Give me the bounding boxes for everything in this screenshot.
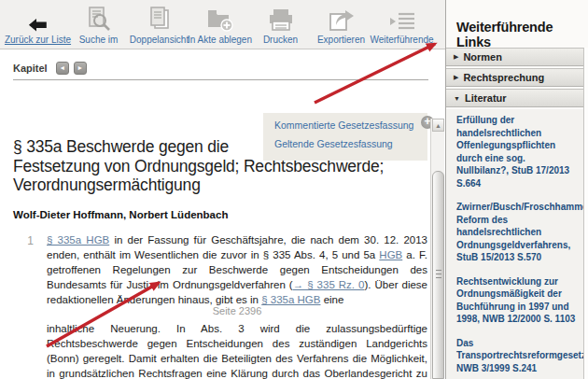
chevron-right-icon: ▶ bbox=[454, 53, 458, 61]
related-links-panel: Weiterführende Links ▶ Normen ▶ Rechtspr… bbox=[445, 0, 588, 379]
literature-link[interactable]: Zwirner/Busch/Froschhammer, Reform des h… bbox=[456, 201, 579, 264]
related-list-icon bbox=[388, 5, 416, 33]
toolbar-item-export[interactable]: Exportieren bbox=[311, 0, 371, 49]
printer-icon bbox=[268, 5, 294, 33]
literature-list: Erfüllung der handelsrechtlichen Offenle… bbox=[446, 109, 584, 379]
toolbar-item-related-links[interactable]: Weiterführende bbox=[371, 0, 432, 49]
export-arrow-icon bbox=[329, 5, 355, 33]
toolbar-item-label: Zurück zur Liste bbox=[5, 35, 71, 45]
folder-add-icon bbox=[206, 5, 234, 33]
sidebar-title: Weiterführende Links bbox=[456, 20, 588, 49]
document-search-icon bbox=[87, 5, 111, 33]
page-break-marker: Seite 2396 bbox=[47, 305, 427, 316]
literature-link[interactable]: Das Transportrechtsreformgesetz, NWB 3/1… bbox=[456, 337, 579, 375]
popup-link-commented-version[interactable]: Kommentierte Gesetzesfassung bbox=[274, 119, 427, 131]
toolbar-item-label: In Akte ablegen bbox=[188, 35, 252, 45]
annotation-arrow-to-sidebar bbox=[315, 44, 435, 103]
toolbar-item-label: Doppelansicht bbox=[130, 35, 189, 45]
link-hgb[interactable]: HGB bbox=[379, 249, 402, 260]
divider bbox=[13, 79, 428, 80]
toolbar-item-file-to-record[interactable]: In Akte ablegen bbox=[189, 0, 250, 49]
scrollbar-thumb[interactable] bbox=[432, 171, 444, 379]
popup-link-current-version[interactable]: Geltende Gesetzesfassung bbox=[274, 138, 427, 149]
link-335a-hgb[interactable]: § 335a HGB bbox=[47, 234, 109, 246]
toolbar: Zurück zur Liste Suche im bbox=[0, 0, 445, 49]
literature-link[interactable]: Erfüllung der handelsrechtlichen Offenle… bbox=[456, 114, 579, 190]
authors: Wolf-Dieter Hoffmann, Norbert Lüdenbach bbox=[13, 209, 228, 220]
double-document-icon bbox=[147, 5, 172, 33]
section-literatur[interactable]: ▼ Literatur bbox=[446, 89, 584, 107]
toolbar-item-label: Exportieren bbox=[317, 35, 365, 45]
toolbar-item-label: Drucken bbox=[263, 35, 298, 45]
scrollbar-grip bbox=[436, 270, 441, 279]
toolbar-item-double-view[interactable]: Doppelansicht bbox=[129, 0, 189, 49]
section-rechtsprechung[interactable]: ▶ Rechtsprechung bbox=[446, 68, 584, 87]
toolbar-item-search-in[interactable]: Suche im bbox=[68, 0, 129, 49]
chapter-nav: Kapitel ◂ ▸ bbox=[13, 62, 87, 75]
toolbar-item-label: Weiterführende bbox=[370, 35, 433, 45]
version-popup: Kommentierte Gesetzesfassung Geltende Ge… bbox=[263, 113, 427, 161]
app-window: Zurück zur Liste Suche im bbox=[0, 0, 588, 379]
sidebar-scrollbar-track[interactable] bbox=[583, 48, 588, 379]
section-normen[interactable]: ▶ Normen bbox=[446, 48, 584, 66]
paragraph-2: inhaltliche Neuerung. In Abs. 3 wird die… bbox=[47, 321, 427, 379]
toolbar-item-print[interactable]: Drucken bbox=[250, 0, 311, 49]
content-scrollbar[interactable]: ▲ bbox=[430, 119, 444, 379]
chapter-prev-button[interactable]: ◂ bbox=[56, 62, 69, 75]
literature-link[interactable]: Rechtsentwicklung zur Ordnungsmäßigkeit … bbox=[456, 275, 579, 326]
chevron-right-icon: ▶ bbox=[454, 74, 458, 81]
back-arrow-icon bbox=[28, 5, 49, 33]
scroll-up-icon[interactable]: ▲ bbox=[432, 119, 444, 132]
margin-number: 1 bbox=[21, 234, 34, 247]
link-335a-hgb-2[interactable]: § 335a HGB bbox=[261, 294, 320, 305]
toolbar-item-back-to-list[interactable]: Zurück zur Liste bbox=[7, 0, 68, 49]
paragraph-1: § 335a HGB in der Fassung für Geschäftsj… bbox=[47, 232, 427, 307]
link-335-rz0[interactable]: → § 335 Rz. 0 bbox=[293, 279, 365, 290]
chapter-label: Kapitel bbox=[13, 63, 48, 74]
toolbar-item-label: Suche im bbox=[79, 35, 119, 45]
chapter-next-button[interactable]: ▸ bbox=[74, 62, 87, 75]
chevron-down-icon: ▼ bbox=[454, 95, 460, 102]
